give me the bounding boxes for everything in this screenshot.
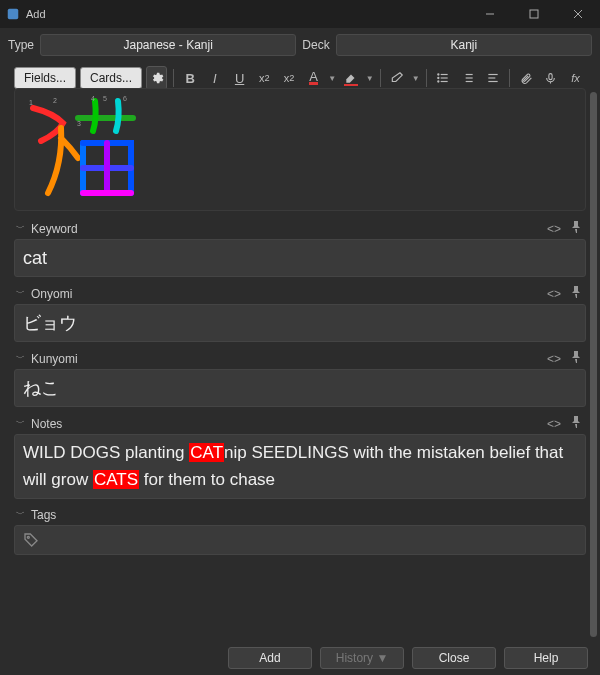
svg-text:3: 3 <box>77 120 81 127</box>
notes-text: WILD DOGS planting <box>23 443 189 462</box>
onyomi-header[interactable]: ﹀ Onyomi <> <box>14 282 586 304</box>
type-value: Japanese - Kanji <box>123 38 212 52</box>
code-icon[interactable]: <> <box>546 287 562 301</box>
svg-text:5: 5 <box>103 95 107 102</box>
svg-text:1: 1 <box>29 99 33 106</box>
divider <box>173 69 174 87</box>
scrollbar[interactable] <box>590 92 597 637</box>
tags-input[interactable] <box>14 525 586 555</box>
kanji-stroke-svg: 123 456 <box>23 93 138 208</box>
pin-icon[interactable] <box>568 221 584 236</box>
notes-highlight: CAT <box>189 443 224 462</box>
align-button[interactable] <box>482 66 503 90</box>
keyword-label: Keyword <box>31 222 78 236</box>
maximize-button[interactable] <box>512 0 556 28</box>
subscript-button[interactable]: x2 <box>279 66 300 90</box>
svg-point-7 <box>438 77 439 78</box>
text-color-dropdown-icon[interactable]: ▼ <box>328 66 337 90</box>
superscript-button[interactable]: x2 <box>254 66 275 90</box>
kanji-image-field[interactable]: 123 456 <box>14 88 586 211</box>
chevron-down-icon: ﹀ <box>16 222 25 235</box>
svg-point-24 <box>27 536 29 538</box>
mic-button[interactable] <box>541 66 562 90</box>
notes-header[interactable]: ﹀ Notes <> <box>14 412 586 434</box>
code-icon[interactable]: <> <box>546 222 562 236</box>
notes-text: for them to chase <box>139 470 275 489</box>
app-icon <box>6 7 20 21</box>
kunyomi-input[interactable]: ねこ <box>14 369 586 407</box>
svg-rect-17 <box>549 73 552 79</box>
fx-button[interactable]: fx <box>565 66 586 90</box>
deck-label: Deck <box>302 38 329 52</box>
minimize-button[interactable] <box>468 0 512 28</box>
eraser-button[interactable] <box>387 66 408 90</box>
chevron-down-icon: ﹀ <box>16 417 25 430</box>
chevron-down-icon: ﹀ <box>16 352 25 365</box>
divider <box>380 69 381 87</box>
svg-point-5 <box>438 74 439 75</box>
bold-button[interactable]: B <box>180 66 201 90</box>
italic-button[interactable]: I <box>205 66 226 90</box>
svg-rect-2 <box>530 10 538 18</box>
close-button[interactable]: Close <box>412 647 496 669</box>
settings-button[interactable] <box>146 66 167 90</box>
highlight-dropdown-icon[interactable]: ▼ <box>365 66 374 90</box>
cards-button[interactable]: Cards... <box>80 67 142 89</box>
kunyomi-label: Kunyomi <box>31 352 78 366</box>
tag-icon <box>23 532 39 548</box>
type-label: Type <box>8 38 34 52</box>
svg-text:4: 4 <box>91 95 95 102</box>
code-icon[interactable]: <> <box>546 352 562 366</box>
close-window-button[interactable] <box>556 0 600 28</box>
ol-button[interactable] <box>458 66 479 90</box>
notes-highlight: CATS <box>93 470 139 489</box>
notes-input[interactable]: WILD DOGS planting CATnip SEEDLINGS with… <box>14 434 586 499</box>
chevron-down-icon: ﹀ <box>16 287 25 300</box>
chevron-down-icon: ﹀ <box>16 508 25 521</box>
svg-text:6: 6 <box>123 95 127 102</box>
type-selector[interactable]: Japanese - Kanji <box>40 34 296 56</box>
titlebar: Add <box>0 0 600 28</box>
text-color-button[interactable]: A <box>303 66 324 90</box>
highlight-button[interactable] <box>341 66 362 90</box>
tags-label: Tags <box>31 508 56 522</box>
tags-header[interactable]: ﹀ Tags <box>14 504 586 525</box>
pin-icon[interactable] <box>568 351 584 366</box>
svg-text:2: 2 <box>53 97 57 104</box>
kunyomi-header[interactable]: ﹀ Kunyomi <> <box>14 347 586 369</box>
onyomi-input[interactable]: ビョウ <box>14 304 586 342</box>
fields-button[interactable]: Fields... <box>14 67 76 89</box>
window-title: Add <box>26 8 46 20</box>
ul-button[interactable] <box>433 66 454 90</box>
underline-button[interactable]: U <box>229 66 250 90</box>
content-scroller: 123 456 ﹀ Keyword <> cat ﹀ Onyomi <> ビョウ… <box>0 88 600 639</box>
attach-button[interactable] <box>516 66 537 90</box>
svg-rect-0 <box>8 9 19 20</box>
add-button[interactable]: Add <box>228 647 312 669</box>
deck-value: Kanji <box>451 38 478 52</box>
code-icon[interactable]: <> <box>546 417 562 431</box>
svg-point-9 <box>438 81 439 82</box>
keyword-header[interactable]: ﹀ Keyword <> <box>14 217 586 239</box>
divider <box>509 69 510 87</box>
divider <box>426 69 427 87</box>
type-deck-row: Type Japanese - Kanji Deck Kanji <box>0 28 600 62</box>
keyword-input[interactable]: cat <box>14 239 586 277</box>
pin-icon[interactable] <box>568 416 584 431</box>
help-button[interactable]: Help <box>504 647 588 669</box>
footer: Add History ▼ Close Help <box>0 641 600 675</box>
onyomi-label: Onyomi <box>31 287 72 301</box>
pin-icon[interactable] <box>568 286 584 301</box>
notes-label: Notes <box>31 417 62 431</box>
deck-selector[interactable]: Kanji <box>336 34 592 56</box>
eraser-dropdown-icon[interactable]: ▼ <box>411 66 420 90</box>
history-button[interactable]: History ▼ <box>320 647 404 669</box>
